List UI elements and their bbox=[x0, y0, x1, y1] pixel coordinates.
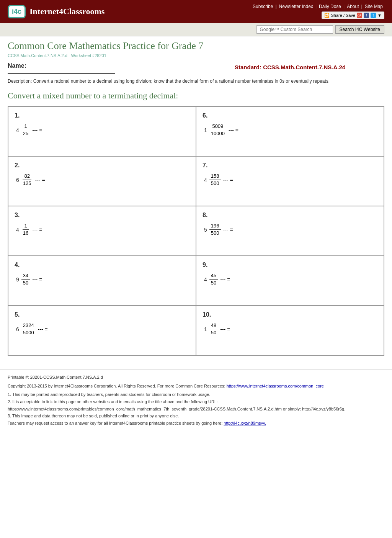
numerator: 5009 bbox=[211, 123, 225, 130]
nav-daily-dose[interactable]: Daily Dose bbox=[317, 4, 343, 9]
note4: Teachers may request access to an answer… bbox=[8, 420, 384, 427]
problem-cell: 6. 1 5009 10000 --- = bbox=[196, 106, 384, 156]
denominator: 125 bbox=[21, 180, 33, 187]
cc-link[interactable]: https://www.internet4classrooms.com/comm… bbox=[227, 384, 324, 388]
problem-number: 5. bbox=[15, 311, 189, 318]
denominator: 10000 bbox=[209, 130, 226, 137]
problem-cell: 5. 6 2324 5000 --- = bbox=[8, 306, 196, 355]
problem-number: 4. bbox=[15, 262, 189, 268]
share-box[interactable]: 🔁 Share / Save g+ f t ▼ bbox=[322, 11, 384, 19]
name-label: Name: bbox=[8, 62, 196, 69]
problem-grid: 1. 4 1 25 --- = 6. 1 5009 10000 --- = 2. bbox=[8, 106, 384, 356]
problem-number: 8. bbox=[203, 212, 377, 219]
note3: 3. This image and data thereon may not b… bbox=[8, 412, 384, 420]
problem-cell: 8. 5 196 500 --- = bbox=[196, 206, 384, 256]
twitter-icon: t bbox=[371, 13, 376, 18]
denominator: 50 bbox=[209, 280, 218, 286]
numerator: 196 bbox=[209, 222, 221, 230]
problem-number: 7. bbox=[203, 162, 377, 169]
problem-cell: 7. 4 158 500 --- = bbox=[196, 156, 384, 206]
fraction-container: 6 2324 5000 --- = bbox=[16, 322, 189, 336]
numerator: 48 bbox=[209, 322, 218, 329]
fraction-container: 6 82 125 --- = bbox=[16, 173, 189, 187]
numerator: 1 bbox=[23, 222, 28, 230]
share-icon: 🔁 bbox=[324, 13, 330, 18]
logo-icon: i4c bbox=[8, 5, 26, 18]
nav-area: Subscribe | Newsletter Index | Daily Dos… bbox=[251, 4, 384, 19]
fraction-container: 1 5009 10000 --- = bbox=[204, 123, 377, 137]
denominator: 50 bbox=[21, 280, 30, 286]
name-section: Name: bbox=[8, 62, 196, 74]
problem-cell: 9. 4 45 50 --- = bbox=[196, 256, 384, 306]
main-content: Common Core Mathematics Practice for Gra… bbox=[0, 36, 392, 370]
equals-sign: --- = bbox=[32, 276, 42, 283]
fraction: 45 50 bbox=[209, 272, 218, 286]
answer-key-link[interactable]: http://i4c.xyz/n89msyv. bbox=[224, 421, 266, 425]
problem-number: 10. bbox=[203, 311, 377, 318]
nav-about[interactable]: About bbox=[345, 4, 360, 9]
problem-cell: 3. 4 1 16 --- = bbox=[8, 206, 196, 256]
fraction: 48 50 bbox=[209, 322, 218, 336]
note2: 2. It is acceptable to link to this page… bbox=[8, 398, 384, 406]
nav-links: Subscribe | Newsletter Index | Daily Dos… bbox=[251, 4, 384, 9]
whole-number: 9 bbox=[16, 276, 19, 283]
problem-number: 9. bbox=[203, 262, 377, 268]
equals-sign: --- = bbox=[220, 276, 230, 283]
nav-subscribe[interactable]: Subscribe bbox=[251, 4, 274, 9]
description: Description: Convert a rational number t… bbox=[8, 78, 384, 85]
numerator: 1 bbox=[23, 123, 28, 130]
fraction: 196 500 bbox=[209, 222, 221, 237]
copyright: Copyright 2013-2015 by Internet4Classroo… bbox=[8, 383, 384, 390]
denominator: 25 bbox=[21, 130, 30, 137]
printable-id: Printable #: 28201-CCSS.Math.Content.7.N… bbox=[8, 374, 384, 381]
search-input[interactable] bbox=[256, 25, 333, 34]
equals-sign: --- = bbox=[229, 127, 238, 133]
nav-newsletter-index[interactable]: Newsletter Index bbox=[278, 4, 315, 9]
equals-sign: --- = bbox=[223, 177, 233, 183]
name-standard-row: Name: Standard: CCSS.Math.Content.7.NS.A… bbox=[8, 62, 384, 74]
problem-number: 2. bbox=[15, 162, 189, 169]
search-bar: Search I4C Website bbox=[0, 23, 392, 36]
denominator: 500 bbox=[209, 180, 221, 187]
fraction-container: 9 34 50 --- = bbox=[16, 272, 189, 286]
equals-sign: --- = bbox=[32, 127, 42, 133]
whole-number: 4 bbox=[204, 177, 207, 183]
equals-sign: --- = bbox=[220, 326, 230, 332]
share-label: Share / Save bbox=[331, 13, 356, 18]
fraction-container: 5 196 500 --- = bbox=[204, 222, 377, 237]
nav-site-map[interactable]: Site Map bbox=[363, 4, 384, 9]
logo-area: i4c Internet4Classrooms bbox=[8, 5, 105, 18]
equals-sign: --- = bbox=[223, 227, 233, 233]
numerator: 82 bbox=[23, 173, 31, 180]
whole-number: 4 bbox=[16, 227, 19, 233]
denominator: 500 bbox=[209, 230, 221, 237]
fraction: 1 16 bbox=[21, 222, 30, 237]
problem-cell: 10. 1 48 50 --- = bbox=[196, 306, 384, 355]
denominator: 50 bbox=[209, 329, 218, 336]
equals-sign: --- = bbox=[32, 227, 42, 233]
fraction: 2324 5000 bbox=[21, 322, 36, 336]
note1: 1. This may be printed and reproduced by… bbox=[8, 391, 384, 398]
fraction-container: 1 48 50 --- = bbox=[204, 322, 377, 336]
numerator: 158 bbox=[209, 173, 221, 180]
google-plus-icon: g+ bbox=[357, 13, 362, 18]
whole-number: 4 bbox=[16, 127, 19, 133]
facebook-icon: f bbox=[364, 13, 369, 18]
numerator: 45 bbox=[209, 272, 218, 280]
site-name: Internet4Classrooms bbox=[29, 7, 105, 16]
equals-sign: --- = bbox=[35, 177, 45, 183]
whole-number: 1 bbox=[204, 127, 207, 133]
worksheet-id: CCSS.Math.Content.7.NS.A.2.d - Worksheet… bbox=[8, 53, 384, 58]
page-title: Common Core Mathematics Practice for Gra… bbox=[8, 40, 384, 52]
whole-number: 6 bbox=[16, 177, 19, 183]
whole-number: 1 bbox=[204, 326, 207, 332]
standard-label: Standard: CCSS.Math.Content.7.NS.A.2d bbox=[196, 64, 384, 70]
problem-number: 6. bbox=[203, 112, 377, 119]
fraction-container: 4 45 50 --- = bbox=[204, 272, 377, 286]
whole-number: 4 bbox=[204, 276, 207, 283]
search-button[interactable]: Search I4C Website bbox=[335, 25, 385, 34]
fraction-container: 4 1 16 --- = bbox=[16, 222, 189, 237]
section-title: Convert a mixed number to a terminating … bbox=[8, 91, 384, 101]
fraction: 34 50 bbox=[21, 272, 30, 286]
fraction: 158 500 bbox=[209, 173, 221, 187]
